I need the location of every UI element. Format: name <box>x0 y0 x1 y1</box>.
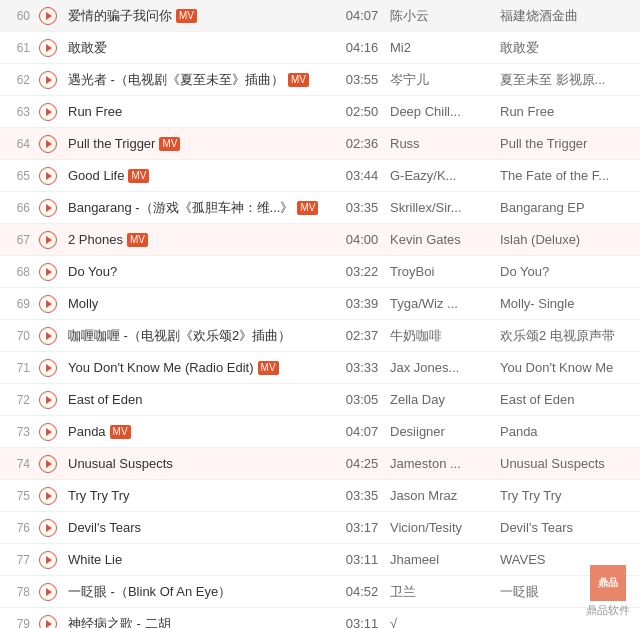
play-button[interactable] <box>39 583 57 601</box>
track-album[interactable]: 欢乐颂2 电视原声带 <box>496 327 636 345</box>
track-row[interactable]: 61敢敢爱04:16Mi2敢敢爱 <box>0 32 640 64</box>
play-button[interactable] <box>39 551 57 569</box>
track-row[interactable]: 65Good LifeMV03:44G-Eazy/K...The Fate of… <box>0 160 640 192</box>
track-artist[interactable]: TroyBoi <box>386 264 496 279</box>
play-button[interactable] <box>39 423 57 441</box>
track-artist[interactable]: Tyga/Wiz ... <box>386 296 496 311</box>
play-button[interactable] <box>39 103 57 121</box>
track-title: 爱情的骗子我问你MV <box>60 7 338 25</box>
track-artist[interactable]: Russ <box>386 136 496 151</box>
track-artist[interactable]: Deep Chill... <box>386 104 496 119</box>
track-album[interactable]: 福建烧酒金曲 <box>496 7 636 25</box>
track-album[interactable]: East of Eden <box>496 392 636 407</box>
track-row[interactable]: 79神经病之歌 - 二胡03:11√ <box>0 608 640 628</box>
track-album[interactable]: 夏至未至 影视原... <box>496 71 636 89</box>
play-button[interactable] <box>39 519 57 537</box>
mv-tag[interactable]: MV <box>128 169 149 183</box>
track-number: 78 <box>4 585 36 599</box>
track-album[interactable]: Do You? <box>496 264 636 279</box>
track-row[interactable]: 63Run Free02:50Deep Chill...Run Free <box>0 96 640 128</box>
play-button[interactable] <box>39 455 57 473</box>
play-button[interactable] <box>39 199 57 217</box>
track-artist[interactable]: 卫兰 <box>386 583 496 601</box>
track-artist[interactable]: Jameston ... <box>386 456 496 471</box>
track-artist[interactable]: √ <box>386 616 496 628</box>
track-album[interactable]: 敢敢爱 <box>496 39 636 57</box>
play-button[interactable] <box>39 71 57 89</box>
play-button[interactable] <box>39 135 57 153</box>
track-artist[interactable]: Skrillex/Sir... <box>386 200 496 215</box>
track-duration: 03:35 <box>338 200 386 215</box>
mv-tag[interactable]: MV <box>110 425 131 439</box>
play-button[interactable] <box>39 231 57 249</box>
track-artist[interactable]: Mi2 <box>386 40 496 55</box>
track-title: 一眨眼 -（Blink Of An Eye） <box>60 583 338 601</box>
track-number: 79 <box>4 617 36 629</box>
track-number: 74 <box>4 457 36 471</box>
play-button[interactable] <box>39 327 57 345</box>
track-album[interactable]: Islah (Deluxe) <box>496 232 636 247</box>
track-row[interactable]: 77White Lie03:11JhameelWAVES <box>0 544 640 576</box>
track-row[interactable]: 74Unusual Suspects04:25Jameston ...Unusu… <box>0 448 640 480</box>
track-artist[interactable]: Zella Day <box>386 392 496 407</box>
mv-tag[interactable]: MV <box>176 9 197 23</box>
mv-tag[interactable]: MV <box>258 361 279 375</box>
track-artist[interactable]: G-Eazy/K... <box>386 168 496 183</box>
play-button[interactable] <box>39 39 57 57</box>
play-button[interactable] <box>39 295 57 313</box>
play-button-container <box>36 39 60 57</box>
track-row[interactable]: 672 PhonesMV04:00Kevin GatesIslah (Delux… <box>0 224 640 256</box>
track-row[interactable]: 68Do You?03:22TroyBoiDo You? <box>0 256 640 288</box>
track-row[interactable]: 75Try Try Try03:35Jason MrazTry Try Try <box>0 480 640 512</box>
play-button[interactable] <box>39 263 57 281</box>
track-row[interactable]: 71You Don't Know Me (Radio Edit)MV03:33J… <box>0 352 640 384</box>
track-artist[interactable]: Vicion/Tesity <box>386 520 496 535</box>
track-duration: 04:00 <box>338 232 386 247</box>
track-row[interactable]: 66Bangarang -（游戏《孤胆车神：维...》MV03:35Skrill… <box>0 192 640 224</box>
track-artist[interactable]: 陈小云 <box>386 7 496 25</box>
track-row[interactable]: 62遇光者 -（电视剧《夏至未至》插曲）MV03:55岑宁儿夏至未至 影视原..… <box>0 64 640 96</box>
track-row[interactable]: 70咖喱咖喱 -（电视剧《欢乐颂2》插曲）02:37牛奶咖啡欢乐颂2 电视原声带 <box>0 320 640 352</box>
track-number: 67 <box>4 233 36 247</box>
play-button-container <box>36 327 60 345</box>
track-album[interactable]: Bangarang EP <box>496 200 636 215</box>
track-album[interactable]: Run Free <box>496 104 636 119</box>
track-album[interactable]: Panda <box>496 424 636 439</box>
play-button[interactable] <box>39 359 57 377</box>
mv-tag[interactable]: MV <box>127 233 148 247</box>
track-row[interactable]: 60爱情的骗子我问你MV04:07陈小云福建烧酒金曲 <box>0 0 640 32</box>
play-button[interactable] <box>39 7 57 25</box>
track-album[interactable]: Devil's Tears <box>496 520 636 535</box>
track-album[interactable]: You Don't Know Me <box>496 360 636 375</box>
track-artist[interactable]: 牛奶咖啡 <box>386 327 496 345</box>
mv-tag[interactable]: MV <box>297 201 318 215</box>
track-album[interactable]: The Fate of the F... <box>496 168 636 183</box>
track-artist[interactable]: Desiigner <box>386 424 496 439</box>
play-button[interactable] <box>39 167 57 185</box>
play-button-container <box>36 487 60 505</box>
play-button[interactable] <box>39 391 57 409</box>
play-button[interactable] <box>39 487 57 505</box>
track-artist[interactable]: Kevin Gates <box>386 232 496 247</box>
track-row[interactable]: 73PandaMV04:07DesiignerPanda <box>0 416 640 448</box>
track-row[interactable]: 78一眨眼 -（Blink Of An Eye）04:52卫兰一眨眼 <box>0 576 640 608</box>
track-album[interactable]: Unusual Suspects <box>496 456 636 471</box>
track-artist[interactable]: Jason Mraz <box>386 488 496 503</box>
track-duration: 04:07 <box>338 424 386 439</box>
track-artist[interactable]: Jhameel <box>386 552 496 567</box>
track-number: 70 <box>4 329 36 343</box>
track-album[interactable]: Try Try Try <box>496 488 636 503</box>
track-row[interactable]: 72East of Eden03:05Zella DayEast of Eden <box>0 384 640 416</box>
track-row[interactable]: 69Molly03:39Tyga/Wiz ...Molly- Single <box>0 288 640 320</box>
play-button-container <box>36 71 60 89</box>
track-number: 73 <box>4 425 36 439</box>
track-album[interactable]: Molly- Single <box>496 296 636 311</box>
mv-tag[interactable]: MV <box>159 137 180 151</box>
play-button[interactable] <box>39 615 57 629</box>
track-album[interactable]: Pull the Trigger <box>496 136 636 151</box>
track-row[interactable]: 76Devil's Tears03:17Vicion/TesityDevil's… <box>0 512 640 544</box>
mv-tag[interactable]: MV <box>288 73 309 87</box>
track-artist[interactable]: Jax Jones... <box>386 360 496 375</box>
track-row[interactable]: 64Pull the TriggerMV02:36RussPull the Tr… <box>0 128 640 160</box>
track-artist[interactable]: 岑宁儿 <box>386 71 496 89</box>
